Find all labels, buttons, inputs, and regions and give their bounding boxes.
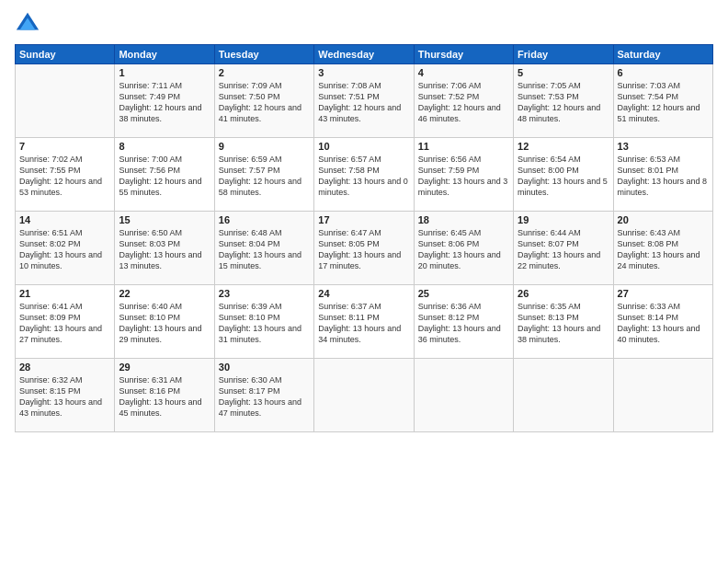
day-number: 20 <box>618 214 709 225</box>
day-info: Sunrise: 6:56 AMSunset: 7:59 PMDaylight:… <box>418 154 509 199</box>
day-info: Sunrise: 7:08 AMSunset: 7:51 PMDaylight:… <box>318 80 409 125</box>
calendar-cell: 7Sunrise: 7:02 AMSunset: 7:55 PMDaylight… <box>16 138 115 212</box>
calendar-cell: 1Sunrise: 7:11 AMSunset: 7:49 PMDaylight… <box>115 64 214 138</box>
day-number: 10 <box>318 141 409 152</box>
calendar-cell <box>314 359 414 432</box>
day-number: 15 <box>119 214 210 225</box>
day-info: Sunrise: 7:00 AMSunset: 7:56 PMDaylight:… <box>119 154 210 199</box>
week-row-0: 1Sunrise: 7:11 AMSunset: 7:49 PMDaylight… <box>16 64 713 138</box>
day-info: Sunrise: 6:50 AMSunset: 8:03 PMDaylight:… <box>119 227 210 272</box>
day-number: 25 <box>418 288 509 299</box>
header-row: SundayMondayTuesdayWednesdayThursdayFrid… <box>16 45 713 64</box>
logo-icon <box>15 11 40 37</box>
day-info: Sunrise: 6:32 AMSunset: 8:15 PMDaylight:… <box>19 374 110 419</box>
header-day-tuesday: Tuesday <box>214 45 313 64</box>
day-number: 26 <box>518 288 609 299</box>
day-number: 16 <box>219 214 310 225</box>
week-row-1: 7Sunrise: 7:02 AMSunset: 7:55 PMDaylight… <box>16 138 713 212</box>
header-day-wednesday: Wednesday <box>314 45 414 64</box>
day-number: 12 <box>518 141 609 152</box>
day-info: Sunrise: 6:36 AMSunset: 8:12 PMDaylight:… <box>418 301 509 346</box>
day-number: 2 <box>219 67 310 78</box>
day-info: Sunrise: 6:48 AMSunset: 8:04 PMDaylight:… <box>219 227 310 272</box>
day-info: Sunrise: 7:05 AMSunset: 7:53 PMDaylight:… <box>518 80 609 125</box>
calendar-cell: 23Sunrise: 6:39 AMSunset: 8:10 PMDayligh… <box>214 285 313 359</box>
day-info: Sunrise: 6:51 AMSunset: 8:02 PMDaylight:… <box>19 227 110 272</box>
calendar-cell: 20Sunrise: 6:43 AMSunset: 8:08 PMDayligh… <box>613 212 712 285</box>
calendar-cell: 29Sunrise: 6:31 AMSunset: 8:16 PMDayligh… <box>115 359 214 432</box>
calendar-cell: 2Sunrise: 7:09 AMSunset: 7:50 PMDaylight… <box>214 64 313 138</box>
calendar-cell: 5Sunrise: 7:05 AMSunset: 7:53 PMDaylight… <box>514 64 613 138</box>
day-info: Sunrise: 6:53 AMSunset: 8:01 PMDaylight:… <box>618 154 709 199</box>
calendar-cell: 21Sunrise: 6:41 AMSunset: 8:09 PMDayligh… <box>16 285 115 359</box>
day-info: Sunrise: 6:59 AMSunset: 7:57 PMDaylight:… <box>219 154 310 199</box>
calendar-cell <box>514 359 613 432</box>
day-number: 5 <box>518 67 609 78</box>
day-number: 11 <box>418 141 509 152</box>
calendar-cell: 9Sunrise: 6:59 AMSunset: 7:57 PMDaylight… <box>214 138 313 212</box>
calendar-cell: 11Sunrise: 6:56 AMSunset: 7:59 PMDayligh… <box>414 138 513 212</box>
day-number: 7 <box>19 141 110 152</box>
calendar-cell: 27Sunrise: 6:33 AMSunset: 8:14 PMDayligh… <box>613 285 712 359</box>
day-info: Sunrise: 6:35 AMSunset: 8:13 PMDaylight:… <box>518 301 609 346</box>
day-number: 28 <box>19 362 110 373</box>
calendar-cell: 13Sunrise: 6:53 AMSunset: 8:01 PMDayligh… <box>613 138 712 212</box>
day-number: 19 <box>518 214 609 225</box>
day-info: Sunrise: 7:06 AMSunset: 7:52 PMDaylight:… <box>418 80 509 125</box>
calendar-cell: 12Sunrise: 6:54 AMSunset: 8:00 PMDayligh… <box>514 138 613 212</box>
day-info: Sunrise: 6:47 AMSunset: 8:05 PMDaylight:… <box>318 227 409 272</box>
calendar-cell: 22Sunrise: 6:40 AMSunset: 8:10 PMDayligh… <box>115 285 214 359</box>
week-row-4: 28Sunrise: 6:32 AMSunset: 8:15 PMDayligh… <box>16 359 713 432</box>
day-number: 9 <box>219 141 310 152</box>
day-info: Sunrise: 6:54 AMSunset: 8:00 PMDaylight:… <box>518 154 609 199</box>
day-number: 22 <box>119 288 210 299</box>
day-number: 14 <box>19 214 110 225</box>
calendar-cell <box>414 359 513 432</box>
calendar-cell: 15Sunrise: 6:50 AMSunset: 8:03 PMDayligh… <box>115 212 214 285</box>
day-info: Sunrise: 7:11 AMSunset: 7:49 PMDaylight:… <box>119 80 210 125</box>
calendar-cell: 26Sunrise: 6:35 AMSunset: 8:13 PMDayligh… <box>514 285 613 359</box>
day-number: 13 <box>618 141 709 152</box>
calendar-cell: 18Sunrise: 6:45 AMSunset: 8:06 PMDayligh… <box>414 212 513 285</box>
calendar-cell: 25Sunrise: 6:36 AMSunset: 8:12 PMDayligh… <box>414 285 513 359</box>
day-info: Sunrise: 6:39 AMSunset: 8:10 PMDaylight:… <box>219 301 310 346</box>
day-info: Sunrise: 6:45 AMSunset: 8:06 PMDaylight:… <box>418 227 509 272</box>
calendar-cell: 10Sunrise: 6:57 AMSunset: 7:58 PMDayligh… <box>314 138 414 212</box>
day-number: 4 <box>418 67 509 78</box>
header-day-friday: Friday <box>514 45 613 64</box>
day-info: Sunrise: 7:03 AMSunset: 7:54 PMDaylight:… <box>618 80 709 125</box>
calendar-cell: 8Sunrise: 7:00 AMSunset: 7:56 PMDaylight… <box>115 138 214 212</box>
calendar-cell <box>16 64 115 138</box>
calendar-cell: 30Sunrise: 6:30 AMSunset: 8:17 PMDayligh… <box>214 359 313 432</box>
day-info: Sunrise: 6:31 AMSunset: 8:16 PMDaylight:… <box>119 374 210 419</box>
calendar-cell <box>613 359 712 432</box>
page: SundayMondayTuesdayWednesdayThursdayFrid… <box>0 0 728 563</box>
day-info: Sunrise: 7:02 AMSunset: 7:55 PMDaylight:… <box>19 154 110 199</box>
calendar-cell: 3Sunrise: 7:08 AMSunset: 7:51 PMDaylight… <box>314 64 414 138</box>
day-number: 1 <box>119 67 210 78</box>
day-info: Sunrise: 6:57 AMSunset: 7:58 PMDaylight:… <box>318 154 409 199</box>
day-info: Sunrise: 6:37 AMSunset: 8:11 PMDaylight:… <box>318 301 409 346</box>
day-info: Sunrise: 6:44 AMSunset: 8:07 PMDaylight:… <box>518 227 609 272</box>
calendar-cell: 19Sunrise: 6:44 AMSunset: 8:07 PMDayligh… <box>514 212 613 285</box>
calendar-cell: 24Sunrise: 6:37 AMSunset: 8:11 PMDayligh… <box>314 285 414 359</box>
day-info: Sunrise: 6:40 AMSunset: 8:10 PMDaylight:… <box>119 301 210 346</box>
day-number: 8 <box>119 141 210 152</box>
calendar-cell: 16Sunrise: 6:48 AMSunset: 8:04 PMDayligh… <box>214 212 313 285</box>
day-number: 30 <box>219 362 310 373</box>
day-info: Sunrise: 6:41 AMSunset: 8:09 PMDaylight:… <box>19 301 110 346</box>
day-info: Sunrise: 6:30 AMSunset: 8:17 PMDaylight:… <box>219 374 310 419</box>
header <box>15 11 713 37</box>
day-info: Sunrise: 6:33 AMSunset: 8:14 PMDaylight:… <box>618 301 709 346</box>
calendar-cell: 28Sunrise: 6:32 AMSunset: 8:15 PMDayligh… <box>16 359 115 432</box>
calendar-cell: 6Sunrise: 7:03 AMSunset: 7:54 PMDaylight… <box>613 64 712 138</box>
day-number: 23 <box>219 288 310 299</box>
calendar-cell: 14Sunrise: 6:51 AMSunset: 8:02 PMDayligh… <box>16 212 115 285</box>
day-number: 29 <box>119 362 210 373</box>
day-number: 27 <box>618 288 709 299</box>
day-number: 18 <box>418 214 509 225</box>
calendar-table: SundayMondayTuesdayWednesdayThursdayFrid… <box>15 44 713 432</box>
header-day-thursday: Thursday <box>414 45 513 64</box>
week-row-3: 21Sunrise: 6:41 AMSunset: 8:09 PMDayligh… <box>16 285 713 359</box>
day-info: Sunrise: 7:09 AMSunset: 7:50 PMDaylight:… <box>219 80 310 125</box>
